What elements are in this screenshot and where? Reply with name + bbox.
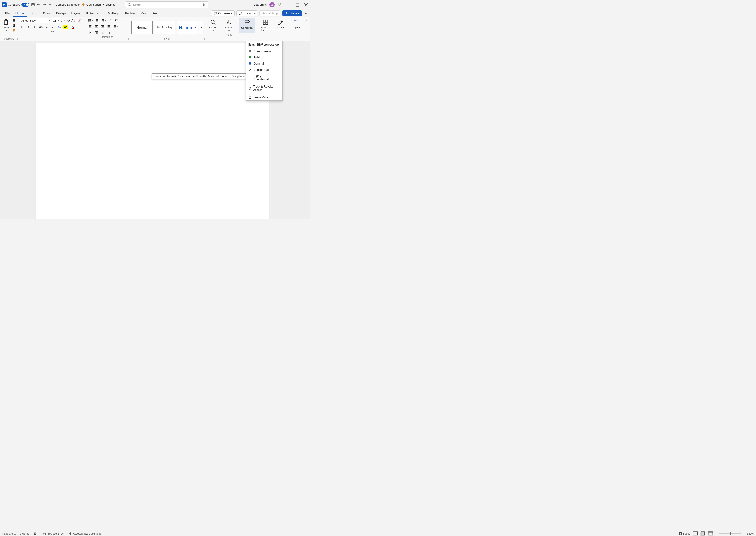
font-name-input[interactable]: Aptos (Body)▾ <box>20 18 51 23</box>
increase-indent-icon[interactable] <box>114 18 118 23</box>
customize-qat-icon[interactable] <box>48 3 52 7</box>
minimize-button[interactable] <box>287 3 291 7</box>
tab-design[interactable]: Design <box>53 10 68 17</box>
strikethrough-icon[interactable]: ab <box>39 25 43 29</box>
sensitivity-item-confidential[interactable]: Confidential ▸ <box>246 67 282 73</box>
decrease-indent-icon[interactable] <box>108 18 112 23</box>
tab-file[interactable]: File <box>2 10 13 17</box>
show-hide-icon[interactable]: ¶ <box>108 30 112 35</box>
paragraph-launcher[interactable] <box>126 38 129 40</box>
align-left-icon[interactable] <box>88 24 92 29</box>
styles-launcher[interactable] <box>202 38 205 40</box>
change-case-icon[interactable]: Aa▾ <box>72 18 77 23</box>
editing-button[interactable]: Editing ▾ <box>207 18 219 33</box>
shading-icon[interactable]: ▾ <box>88 30 93 35</box>
sort-icon[interactable] <box>101 30 106 35</box>
menu-separator <box>246 93 282 94</box>
highlight-icon[interactable]: ab▾ <box>63 25 69 29</box>
format-painter-icon[interactable] <box>12 28 16 33</box>
tab-layout[interactable]: Layout <box>68 10 83 17</box>
cut-icon[interactable] <box>12 18 16 22</box>
document-page[interactable] <box>36 43 269 219</box>
save-icon[interactable] <box>31 3 35 7</box>
clipboard-launcher[interactable] <box>15 38 17 40</box>
chevron-down-icon[interactable]: ▾ <box>118 4 119 6</box>
sensitivity-item-highly-confidential[interactable]: Highly Confidential ▸ <box>246 73 282 83</box>
sensitivity-item-public[interactable]: Public <box>246 54 282 60</box>
addins-button[interactable]: Add-ins <box>259 18 272 33</box>
sensitivity-button[interactable]: Sensitivity ▾ <box>239 18 255 33</box>
numbering-icon[interactable]: ▾ <box>95 18 99 23</box>
undo-icon[interactable] <box>37 3 41 7</box>
maximize-button[interactable] <box>296 3 299 7</box>
clear-formatting-icon[interactable] <box>78 18 82 23</box>
copilot-button[interactable]: Copilot <box>290 18 302 30</box>
group-copilot: Copilot <box>288 17 304 41</box>
chevron-right-icon: ▸ <box>279 77 280 79</box>
decrease-font-icon[interactable]: A▾ <box>66 18 71 23</box>
tab-insert[interactable]: Insert <box>27 10 40 17</box>
copy-icon[interactable] <box>12 23 16 27</box>
editor-button[interactable]: Editor <box>276 18 286 30</box>
search-placeholder: Search <box>133 3 142 6</box>
document-title-area[interactable]: Contoso Spec.docx Confidential • Saving.… <box>55 3 119 6</box>
tab-home[interactable]: Home <box>13 10 27 17</box>
align-right-icon[interactable] <box>100 24 105 29</box>
tab-help[interactable]: Help <box>150 10 162 17</box>
window-controls <box>287 3 308 7</box>
superscript-icon[interactable]: x2 <box>51 25 55 29</box>
autosave-toggle[interactable]: AutoSave On <box>8 3 29 7</box>
tab-references[interactable]: References <box>83 10 105 17</box>
user-avatar[interactable]: LS <box>270 2 275 7</box>
borders-icon[interactable]: ▾ <box>95 30 99 35</box>
sensitivity-learn-more[interactable]: Learn More <box>246 94 282 100</box>
subscript-icon[interactable]: x2 <box>45 25 49 29</box>
align-center-icon[interactable] <box>94 24 99 29</box>
tab-draw[interactable]: Draw <box>40 10 53 17</box>
ribbon-collapse-icon[interactable] <box>304 11 308 16</box>
editing-mode-button[interactable]: Editing ▾ <box>237 11 257 16</box>
sensitivity-item-non-business[interactable]: Non-Business <box>246 48 282 54</box>
style-normal[interactable]: Normal <box>131 21 153 34</box>
redo-icon[interactable] <box>42 3 47 7</box>
font-size-input[interactable]: 11▾ <box>52 18 60 23</box>
share-button[interactable]: Share ▾ <box>282 11 302 16</box>
bullets-icon[interactable]: ▾ <box>88 18 93 23</box>
tab-review[interactable]: Review <box>122 10 138 17</box>
justify-icon[interactable] <box>107 24 111 29</box>
style-no-spacing[interactable]: No Spacing <box>154 21 176 34</box>
user-name[interactable]: Lisa Smith <box>253 3 267 6</box>
tab-view[interactable]: View <box>138 10 150 17</box>
sensitivity-item-general[interactable]: General <box>246 60 282 67</box>
ribbon: Paste ▾ Clipboard Aptos (Body)▾ 11▾ A▴ A… <box>0 17 310 41</box>
increase-font-icon[interactable]: A▴ <box>61 18 65 23</box>
sensitivity-track-revoke[interactable]: Track & Revoke Access <box>246 84 282 93</box>
dictate-button[interactable]: Dictate ▾ <box>223 18 235 33</box>
style-heading[interactable]: Heading <box>177 21 198 34</box>
bold-icon[interactable]: B <box>20 25 24 29</box>
catch-up-button[interactable]: Catch up <box>259 11 280 16</box>
italic-icon[interactable]: I <box>26 25 31 29</box>
font-color-icon[interactable]: A▾ <box>72 25 76 29</box>
group-label-paragraph: Paragraph <box>88 35 127 38</box>
share-icon <box>285 12 288 15</box>
chevron-right-icon: ▸ <box>279 69 280 71</box>
comments-button[interactable]: Comments <box>211 11 235 16</box>
text-effects-icon[interactable]: A▾ <box>57 25 61 29</box>
font-launcher[interactable] <box>83 38 85 40</box>
multilevel-list-icon[interactable]: ▾ <box>101 18 106 23</box>
editor-icon <box>277 19 284 26</box>
line-spacing-icon[interactable]: ▾ <box>113 24 117 29</box>
autosave-switch[interactable]: On <box>21 3 29 7</box>
tab-mailings[interactable]: Mailings <box>105 10 122 17</box>
microphone-icon[interactable] <box>202 3 206 6</box>
diamond-premium-icon[interactable] <box>278 3 282 7</box>
underline-icon[interactable]: U▾ <box>33 25 37 29</box>
close-button[interactable] <box>304 3 308 7</box>
svg-rect-19 <box>266 22 268 24</box>
ribbon-options-icon[interactable] <box>304 17 310 41</box>
revoke-icon <box>248 87 251 90</box>
paste-button[interactable]: Paste ▾ <box>2 18 11 33</box>
search-box[interactable]: Search <box>125 1 208 8</box>
styles-more-icon[interactable]: ▾ <box>199 21 203 34</box>
